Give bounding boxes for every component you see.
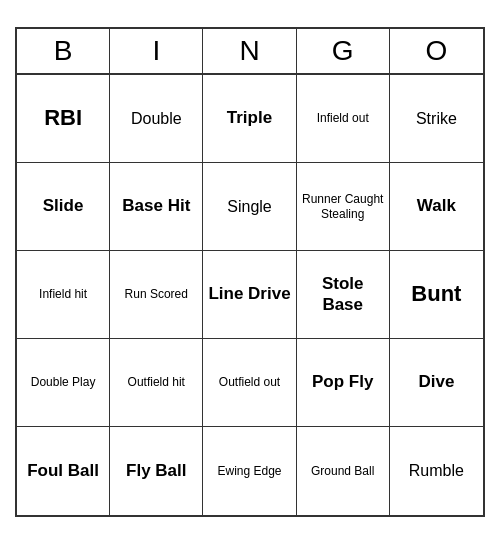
bingo-cell-19: Dive — [390, 339, 483, 427]
header-letter-n: N — [203, 29, 296, 73]
cell-text-9: Walk — [417, 196, 456, 216]
bingo-cell-1: Double — [110, 75, 203, 163]
cell-text-2: Triple — [227, 108, 272, 128]
cell-text-17: Outfield out — [219, 375, 280, 389]
cell-text-7: Single — [227, 197, 271, 216]
bingo-cell-24: Rumble — [390, 427, 483, 515]
bingo-cell-5: Slide — [17, 163, 110, 251]
bingo-cell-8: Runner Caught Stealing — [297, 163, 390, 251]
cell-text-11: Run Scored — [125, 287, 188, 301]
cell-text-23: Ground Ball — [311, 464, 374, 478]
cell-text-16: Outfield hit — [128, 375, 185, 389]
bingo-cell-22: Ewing Edge — [203, 427, 296, 515]
header-letter-o: O — [390, 29, 483, 73]
cell-text-21: Fly Ball — [126, 461, 186, 481]
cell-text-8: Runner Caught Stealing — [301, 192, 385, 221]
bingo-cell-17: Outfield out — [203, 339, 296, 427]
cell-text-3: Infield out — [317, 111, 369, 125]
bingo-cell-23: Ground Ball — [297, 427, 390, 515]
bingo-grid: RBIDoubleTripleInfield outStrikeSlideBas… — [17, 75, 483, 515]
bingo-cell-14: Bunt — [390, 251, 483, 339]
bingo-cell-12: Line Drive — [203, 251, 296, 339]
bingo-cell-20: Foul Ball — [17, 427, 110, 515]
bingo-cell-3: Infield out — [297, 75, 390, 163]
bingo-cell-11: Run Scored — [110, 251, 203, 339]
bingo-cell-13: Stole Base — [297, 251, 390, 339]
header-letter-i: I — [110, 29, 203, 73]
bingo-cell-6: Base Hit — [110, 163, 203, 251]
cell-text-20: Foul Ball — [27, 461, 99, 481]
cell-text-6: Base Hit — [122, 196, 190, 216]
bingo-cell-21: Fly Ball — [110, 427, 203, 515]
cell-text-22: Ewing Edge — [217, 464, 281, 478]
bingo-cell-4: Strike — [390, 75, 483, 163]
bingo-cell-10: Infield hit — [17, 251, 110, 339]
cell-text-13: Stole Base — [301, 274, 385, 315]
cell-text-10: Infield hit — [39, 287, 87, 301]
bingo-cell-15: Double Play — [17, 339, 110, 427]
header-letter-b: B — [17, 29, 110, 73]
bingo-cell-18: Pop Fly — [297, 339, 390, 427]
bingo-cell-2: Triple — [203, 75, 296, 163]
bingo-cell-16: Outfield hit — [110, 339, 203, 427]
cell-text-18: Pop Fly — [312, 372, 373, 392]
cell-text-12: Line Drive — [208, 284, 290, 304]
cell-text-14: Bunt — [411, 281, 461, 307]
cell-text-1: Double — [131, 109, 182, 128]
cell-text-15: Double Play — [31, 375, 96, 389]
cell-text-5: Slide — [43, 196, 84, 216]
header-letter-g: G — [297, 29, 390, 73]
bingo-card: BINGO RBIDoubleTripleInfield outStrikeSl… — [15, 27, 485, 517]
bingo-cell-0: RBI — [17, 75, 110, 163]
cell-text-4: Strike — [416, 109, 457, 128]
bingo-cell-7: Single — [203, 163, 296, 251]
bingo-cell-9: Walk — [390, 163, 483, 251]
bingo-header: BINGO — [17, 29, 483, 75]
cell-text-24: Rumble — [409, 461, 464, 480]
cell-text-19: Dive — [418, 372, 454, 392]
cell-text-0: RBI — [44, 105, 82, 131]
